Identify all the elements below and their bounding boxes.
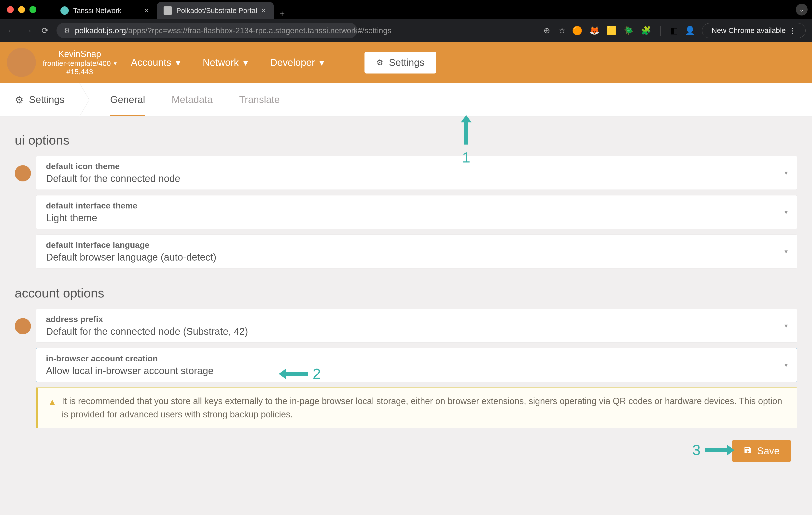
nav-network[interactable]: Network ▾ [203, 57, 248, 68]
chevron-down-icon: ▾ [784, 248, 788, 255]
extension-icon[interactable]: 🪲 [624, 26, 634, 35]
warning-icon: ▲ [48, 396, 57, 421]
subnav-tabs: General Metadata Translate [110, 83, 280, 116]
select-value: Default for the connected node (Substrat… [46, 326, 787, 337]
annotation-number: 1 [462, 149, 470, 166]
block-number: #15,443 [43, 67, 117, 76]
tab-label: Metadata [172, 94, 213, 105]
select-label: default icon theme [46, 162, 787, 171]
browser-tab-polkadot[interactable]: Polkadot/Substrate Portal × [157, 2, 274, 19]
section-account-options-title: account options [15, 286, 797, 300]
arrow-left-icon [279, 369, 308, 379]
annotation-3: 3 [692, 441, 734, 458]
primary-nav: Accounts ▾ Network ▾ Developer ▾ ⚙ Setti… [131, 52, 436, 74]
row-address-prefix: address prefix Default for the connected… [15, 309, 797, 343]
minimize-window-button[interactable] [18, 6, 25, 13]
chain-name: KevinSnap [43, 49, 117, 59]
chain-selector[interactable]: KevinSnap frontier-template/400 ▾ #15,44… [43, 49, 117, 76]
tab-translate[interactable]: Translate [239, 83, 280, 116]
row-language: default interface language Default brows… [15, 235, 797, 268]
chevron-down-icon: ▾ [784, 209, 788, 216]
chevron-down-icon: ▾ [176, 57, 180, 68]
tab-general[interactable]: General [110, 83, 145, 116]
select-label: address prefix [46, 315, 787, 324]
subnav-root-label: Settings [29, 94, 65, 105]
chrome-menu-icon: ⋮ [789, 26, 796, 35]
tabs-overflow-button[interactable]: ⌄ [796, 4, 808, 16]
row-icon-theme: default icon theme Default for the conne… [15, 156, 797, 190]
row-account-creation: in-browser account creation Allow local … [15, 348, 797, 382]
chevron-down-icon: ▾ [319, 57, 324, 68]
url-field[interactable]: ⚙ polkadot.js.org/apps/?rpc=wss://fraa-f… [57, 23, 357, 38]
panel-icon[interactable]: ◧ [670, 26, 678, 35]
select-language[interactable]: default interface language Default brows… [36, 235, 797, 268]
extensions-menu-icon[interactable]: 🧩 [641, 26, 651, 35]
close-window-button[interactable] [7, 6, 14, 13]
site-info-icon[interactable]: ⚙ [64, 27, 70, 35]
settings-subnav: ⚙ Settings General Metadata Translate [0, 83, 812, 116]
maximize-window-button[interactable] [29, 6, 36, 13]
tab-metadata[interactable]: Metadata [172, 83, 213, 116]
tab-title: Polkadot/Substrate Portal [176, 7, 257, 15]
url-host: polkadot.js.org [75, 26, 126, 35]
save-button[interactable]: Save [732, 440, 791, 462]
nav-settings[interactable]: ⚙ Settings [365, 52, 436, 74]
save-row: Save [15, 440, 791, 462]
select-address-prefix[interactable]: address prefix Default for the connected… [36, 309, 797, 343]
select-label: default interface language [46, 240, 787, 250]
chevron-down-icon: ▾ [784, 322, 788, 330]
select-value: Default browser language (auto-detect) [46, 252, 787, 263]
extension-icon[interactable]: 🟠 [572, 26, 582, 35]
url-toolbar: ← → ⟳ ⚙ polkadot.js.org/apps/?rpc=wss://… [0, 19, 812, 42]
chain-spec: frontier-template/400 [43, 59, 111, 67]
breadcrumb-pointer-icon [79, 83, 89, 116]
bookmark-icon[interactable]: ☆ [558, 26, 566, 35]
chevron-down-icon: ▾ [784, 361, 788, 369]
zoom-icon[interactable]: ⊕ [544, 26, 550, 35]
tab-close-icon[interactable]: × [144, 7, 148, 15]
gear-icon: ⚙ [376, 58, 383, 67]
select-account-creation[interactable]: in-browser account creation Allow local … [36, 348, 797, 382]
nav-accounts[interactable]: Accounts ▾ [131, 57, 181, 68]
browser-tabs: Tanssi Network × Polkadot/Substrate Port… [54, 0, 290, 19]
extensions-area: 🟠 🦊 🟨 🪲 🧩 │ ◧ 👤 New Chrome available ⋮ [572, 23, 806, 38]
app-navbar: KevinSnap frontier-template/400 ▾ #15,44… [0, 42, 812, 83]
extension-icon[interactable]: 🟨 [606, 26, 617, 35]
tab-close-icon[interactable]: × [262, 7, 265, 15]
url-text: polkadot.js.org/apps/?rpc=wss://fraa-fla… [75, 26, 392, 35]
chevron-down-icon: ▾ [114, 60, 117, 67]
chevron-down-icon: ▾ [243, 57, 248, 68]
favicon-icon [60, 6, 69, 15]
mac-titlebar: Tanssi Network × Polkadot/Substrate Port… [0, 0, 812, 19]
tab-label: General [110, 94, 145, 105]
nav-label: Developer [270, 57, 315, 68]
forward-button[interactable]: → [23, 25, 33, 36]
select-label: default interface theme [46, 201, 787, 211]
select-label: in-browser account creation [46, 354, 787, 363]
traffic-lights [7, 6, 36, 13]
select-value: Light theme [46, 212, 787, 223]
select-icon-theme[interactable]: default icon theme Default for the conne… [36, 156, 797, 190]
chrome-update-label: New Chrome available [712, 26, 786, 35]
section-ui-options-title: ui options [15, 133, 797, 147]
gear-icon: ⚙ [15, 94, 24, 105]
chrome-update-button[interactable]: New Chrome available ⋮ [702, 23, 806, 38]
tab-title: Tanssi Network [73, 7, 122, 15]
divider-icon: │ [658, 26, 663, 35]
subnav-root[interactable]: ⚙ Settings [15, 83, 79, 116]
profile-avatar-icon[interactable]: 👤 [685, 26, 695, 35]
chain-logo-icon[interactable] [7, 48, 36, 77]
settings-page: ui options default icon theme Default fo… [0, 116, 812, 515]
omnibox-actions: ⊕ ☆ [544, 26, 566, 35]
annotation-number: 3 [692, 441, 700, 458]
annotation-2: 2 [279, 365, 321, 382]
select-value: Default for the connected node [46, 173, 787, 184]
new-tab-button[interactable]: + [274, 8, 290, 19]
nav-developer[interactable]: Developer ▾ [270, 57, 324, 68]
reload-button[interactable]: ⟳ [40, 25, 50, 36]
browser-tab-tanssi[interactable]: Tanssi Network × [54, 2, 157, 19]
extension-icon[interactable]: 🦊 [589, 26, 600, 35]
select-value: Allow local in-browser account storage [46, 365, 787, 376]
select-interface-theme[interactable]: default interface theme Light theme ▾ [36, 195, 797, 229]
back-button[interactable]: ← [6, 25, 17, 36]
